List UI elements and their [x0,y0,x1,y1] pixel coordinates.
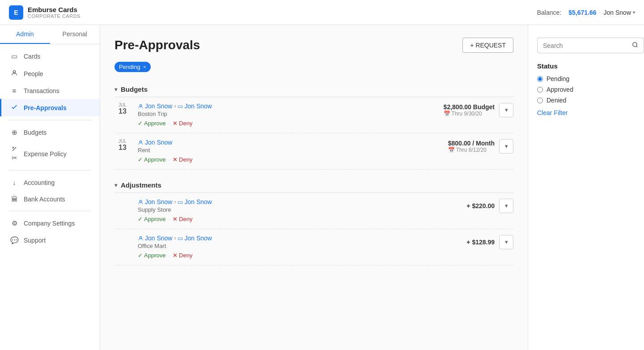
adjustment-item-office-actions: ✓ Approve · ✕ Deny [114,249,513,260]
budget-item-rent-day: 13 [119,144,127,152]
user-menu[interactable]: Jon Snow ▾ [604,9,635,16]
budget-item-boston-dropdown[interactable]: ▾ [499,103,513,117]
adjustment-item-supply-people: Jon Snow › ▭ Jon Snow [138,198,212,205]
approve-check-icon-2: ✓ [138,156,143,163]
sidebar-item-expense-policy[interactable]: ✂ Expense Policy [0,141,100,166]
budget-item-boston-actions: ✓ Approve · ✕ Deny [114,117,513,128]
sidebar-item-bank-accounts[interactable]: 🏛 Bank Accounts [0,191,100,207]
cards-icon: ▭ [10,52,18,60]
adjustment-item-supply-from: Jon Snow [138,198,172,205]
brand-info: Emburse Cards CORPORATE CARDS [28,6,80,19]
adjustment-item-office-left: Jon Snow › ▭ Jon Snow Office Mart [114,235,212,249]
top-header: E Emburse Cards CORPORATE CARDS Balance:… [0,0,644,25]
sidebar-tabs: Admin Personal [0,25,100,44]
budget-item-rent-left: JUL 13 Jon Snow Rent [114,139,172,154]
svg-point-7 [633,43,637,47]
budget-item-rent-amount: $800.00 / Month 📅 Thru 8/12/20 [448,140,495,153]
adjustment-item-supply-approve[interactable]: ✓ Approve [138,216,165,222]
budget-item-rent-dropdown[interactable]: ▾ [499,139,513,154]
status-denied-label: Denied [547,97,566,104]
search-input[interactable] [537,38,627,53]
status-pending-label: Pending [547,75,569,82]
action-sep-1: · [168,120,170,127]
svg-line-8 [636,46,638,47]
budgets-chevron-icon[interactable]: ▾ [114,86,117,93]
status-pending[interactable]: Pending [537,75,635,82]
budget-item-boston-approve[interactable]: ✓ Approve [138,120,165,127]
budget-item-boston-row: JUL 13 Jon Snow › [114,102,513,117]
budget-item-boston-people: Jon Snow › ▭ Jon Snow [138,102,212,110]
balance-amount: $5,671.66 [568,9,596,16]
budget-item-rent-month: JUL [119,139,127,144]
status-pending-radio[interactable] [537,76,543,82]
bank-accounts-icon: 🏛 [10,195,18,203]
sidebar-label-cards: Cards [24,53,40,60]
adjustment-item-office-dropdown[interactable]: ▾ [499,235,513,249]
status-denied-radio[interactable] [537,98,543,103]
sidebar-label-pre-approvals: Pre-Approvals [24,104,67,111]
balance-label: Balance: [537,9,561,16]
sidebar-nav: ▭ Cards People ≡ Transactions Pre-Approv… [0,44,100,252]
adjustment-item-office-deny[interactable]: ✕ Deny [173,252,192,259]
status-approved-radio[interactable] [537,87,543,93]
sidebar-divider-2 [9,170,91,171]
budget-item-rent-people: Jon Snow [138,139,172,146]
card-icon-adj1: ▭ [178,199,183,205]
app-logo: E [9,5,23,20]
adjustment-item-supply-dropdown[interactable]: ▾ [499,199,513,213]
sidebar-item-cards[interactable]: ▭ Cards [0,48,100,65]
adjustment-item-office-approve[interactable]: ✓ Approve [138,252,165,259]
sidebar-item-people[interactable]: People [0,65,100,82]
sidebar-item-company-settings[interactable]: ⚙ Company Settings [0,215,100,232]
adjustment-item-office-info: Jon Snow › ▭ Jon Snow Office Mart [138,235,212,249]
chevron-down-icon: ▾ [633,10,635,15]
budget-item-boston-info: Jon Snow › ▭ Jon Snow Boston Trip [138,102,212,117]
status-approved-label: Approved [547,86,573,93]
sidebar-item-transactions[interactable]: ≡ Transactions [0,82,100,99]
filter-tag-close-icon[interactable]: × [143,64,146,70]
svg-point-4 [140,141,141,142]
brand-subtitle: CORPORATE CARDS [28,13,80,19]
budget-item-boston-month: JUL [119,102,127,107]
budget-item-rent-date: JUL 13 [114,139,131,152]
tab-personal[interactable]: Personal [50,25,100,44]
adjustment-item-supply-left: Jon Snow › ▭ Jon Snow Supply Store [114,198,212,213]
budget-item-rent-deny[interactable]: ✕ Deny [173,156,192,163]
transactions-icon: ≡ [10,87,18,94]
search-button[interactable] [627,38,644,53]
approve-check-icon: ✓ [138,120,143,127]
card-icon-adj2: ▭ [178,235,183,242]
sidebar: Admin Personal ▭ Cards People ≡ Transact… [0,25,100,350]
search-icon [632,42,638,48]
budget-item-rent-amount-main: $800.00 / Month [448,140,495,147]
pre-approvals-content: Pre-Approvals + REQUEST Pending × ▾ Budg… [100,25,528,350]
budget-item-boston-deny[interactable]: ✕ Deny [173,120,192,127]
clear-filter-link[interactable]: Clear Filter [537,109,635,116]
sidebar-label-people: People [24,70,43,77]
tab-admin[interactable]: Admin [0,25,50,44]
sidebar-item-pre-approvals[interactable]: Pre-Approvals [0,99,100,116]
sidebar-item-support[interactable]: 💬 Support [0,232,100,249]
adjustments-chevron-icon[interactable]: ▾ [114,182,117,188]
content-area: Pre-Approvals + REQUEST Pending × ▾ Budg… [100,25,644,350]
sidebar-label-transactions: Transactions [24,87,59,94]
budget-item-rent-approve[interactable]: ✓ Approve [138,156,165,163]
status-approved[interactable]: Approved [537,86,635,93]
adjustment-item-supply-deny[interactable]: ✕ Deny [173,216,192,222]
accounting-icon: ↓ [10,179,18,186]
request-button[interactable]: + REQUEST [462,38,513,53]
sidebar-divider-3 [9,211,91,211]
action-sep-3: · [168,216,170,222]
sidebar-item-accounting[interactable]: ↓ Accounting [0,174,100,191]
people-icon [10,69,18,78]
sidebar-item-budgets[interactable]: ⊕ Budgets [0,124,100,141]
adjustment-item-supply-amount-main: + $220.00 [466,202,495,209]
filter-tag-label: Pending [119,64,140,70]
adjustment-item-supply: Jon Snow › ▭ Jon Snow Supply Store [114,193,513,229]
budget-item-boston-amount-sub: 📅 Thru 9/30/20 [444,111,495,117]
status-denied[interactable]: Denied [537,97,635,104]
status-filter-title: Status [537,62,635,70]
main-content: Pre-Approvals + REQUEST Pending × ▾ Budg… [100,25,644,350]
deny-x-icon-2: ✕ [173,156,178,163]
sidebar-label-support: Support [24,237,46,244]
